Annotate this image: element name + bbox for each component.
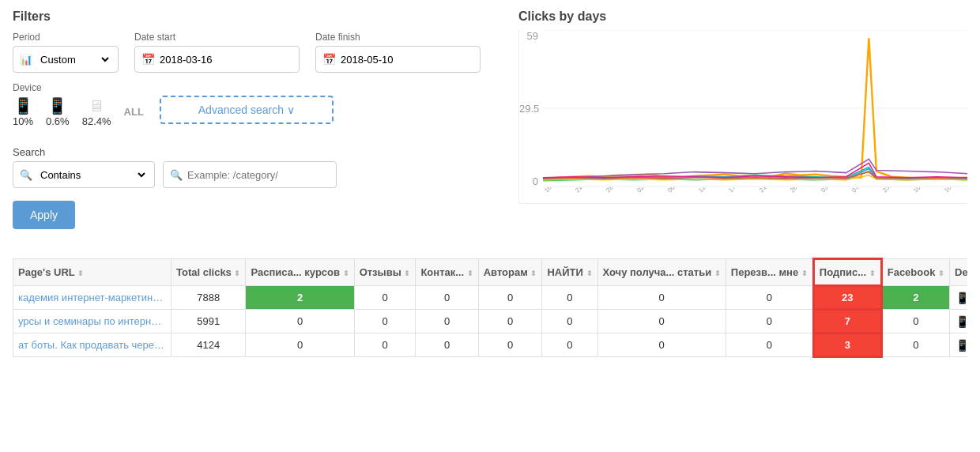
search-type-select[interactable]: Contains Starts with Ends with bbox=[37, 168, 148, 182]
device-cell: 📱▭🖥 bbox=[950, 333, 967, 357]
x-label-1: 16.03.18 bbox=[543, 187, 565, 194]
x-label-7: 17.04.18 bbox=[727, 187, 749, 194]
th-podpis: Подпис... ⇕ bbox=[813, 259, 881, 286]
data-table-section: Page's URL ⇕ Total clicks ⇕ Расписа... к… bbox=[13, 258, 967, 358]
url-cell[interactable]: урсы и семинары по интернет-маркети... bbox=[13, 310, 172, 333]
raspisanie-cell: 0 bbox=[246, 333, 354, 357]
avtoram-cell: 0 bbox=[478, 286, 542, 310]
x-label-8: 21.04.18 bbox=[758, 187, 780, 194]
perezv-cell: 0 bbox=[726, 286, 813, 310]
otzyvy-cell: 0 bbox=[354, 286, 416, 310]
podpis-cell: 23 bbox=[813, 286, 881, 310]
date-finish-input[interactable] bbox=[341, 54, 473, 66]
raspisanie-cell: 2 bbox=[246, 286, 354, 310]
x-label-4: 02.04.18 bbox=[635, 187, 658, 194]
facebook-cell: 0 bbox=[881, 333, 949, 357]
date-start-input-wrap: 📅 bbox=[134, 46, 300, 73]
facebook-cell: 2 bbox=[881, 286, 949, 310]
device-label: Device bbox=[13, 82, 144, 93]
device-all[interactable]: ALL bbox=[124, 106, 144, 118]
y-mid: 29.5 bbox=[519, 103, 538, 115]
raspisanie-cell: 0 bbox=[246, 310, 354, 333]
table-body: кадемия интернет-маркетинга WebPro...788… bbox=[13, 286, 968, 357]
period-label: Period bbox=[13, 32, 119, 43]
sort-avtoram-icon[interactable]: ⇕ bbox=[530, 269, 537, 277]
all-label: ALL bbox=[124, 106, 144, 118]
filters-title: Filters bbox=[13, 9, 503, 24]
th-otzyvy: Отзывы ⇕ bbox=[354, 259, 416, 286]
search-text-wrap: 🔍 bbox=[163, 161, 337, 188]
sort-facebook-icon[interactable]: ⇕ bbox=[938, 269, 944, 277]
sort-kontakty-icon[interactable]: ⇕ bbox=[467, 269, 473, 277]
date-finish-label: Date finish bbox=[315, 32, 481, 43]
period-filter-group: Period 📊 Custom Last 7 days Last 30 days bbox=[13, 32, 119, 73]
device-mobile[interactable]: 📱 10% bbox=[13, 96, 33, 127]
naiti-cell: 0 bbox=[542, 286, 597, 310]
mobile-icon: 📱 bbox=[13, 96, 33, 115]
hochu-cell: 0 bbox=[597, 310, 726, 333]
sort-perezv-icon[interactable]: ⇕ bbox=[801, 269, 808, 277]
date-start-input[interactable] bbox=[160, 54, 292, 66]
mobile-icon: 📱 bbox=[956, 339, 967, 352]
url-cell[interactable]: ат боты. Как продавать через мессендж... bbox=[13, 333, 172, 357]
chart-y-labels: 59 29.5 0 bbox=[519, 30, 541, 187]
search-text-input[interactable] bbox=[187, 169, 330, 181]
calendar-icon-start: 📅 bbox=[141, 53, 155, 66]
naiti-cell: 0 bbox=[542, 310, 597, 333]
sort-url-icon[interactable]: ⇕ bbox=[77, 269, 84, 277]
url-cell[interactable]: кадемия интернет-маркетинга WebPro... bbox=[13, 286, 172, 310]
naiti-cell: 0 bbox=[542, 333, 597, 357]
chart-svg bbox=[543, 30, 967, 187]
device-desktop[interactable]: 🖥 82.4% bbox=[82, 97, 111, 127]
date-finish-group: Date finish 📅 bbox=[315, 32, 481, 73]
podpis-cell: 7 bbox=[813, 310, 881, 333]
period-select[interactable]: Custom Last 7 days Last 30 days bbox=[37, 53, 111, 66]
search-icon-right: 🔍 bbox=[170, 169, 183, 181]
hochu-cell: 0 bbox=[597, 286, 726, 310]
x-label-5: 06.04.18 bbox=[666, 187, 688, 194]
sort-otzyvy-icon[interactable]: ⇕ bbox=[404, 269, 410, 277]
device-cell: 📱▭🖥 bbox=[950, 286, 967, 310]
calendar-icon-finish: 📅 bbox=[322, 53, 336, 66]
x-label-12: 23.03.18 bbox=[881, 187, 903, 194]
mobile-icon: 📱 bbox=[956, 292, 967, 304]
advanced-search-button[interactable]: Advanced search ∨ bbox=[160, 96, 334, 124]
sort-hochu-icon[interactable]: ⇕ bbox=[714, 269, 721, 277]
apply-button[interactable]: Apply bbox=[13, 201, 75, 229]
period-select-wrap: 📊 Custom Last 7 days Last 30 days bbox=[13, 46, 119, 73]
hochu-cell: 0 bbox=[597, 333, 726, 357]
desktop-pct: 82.4% bbox=[82, 115, 111, 127]
sort-podpis-icon[interactable]: ⇕ bbox=[869, 269, 876, 277]
sort-raspisanie-icon[interactable]: ⇕ bbox=[343, 269, 349, 277]
search-section: Search 🔍 Contains Starts with Ends with … bbox=[13, 146, 503, 188]
table-header-row: Page's URL ⇕ Total clicks ⇕ Расписа... к… bbox=[13, 259, 968, 286]
x-label-3: 28.03.18 bbox=[605, 187, 627, 194]
th-url: Page's URL ⇕ bbox=[13, 259, 172, 286]
search-label: Search bbox=[13, 146, 503, 158]
data-table: Page's URL ⇕ Total clicks ⇕ Расписа... к… bbox=[13, 258, 967, 358]
th-hochu: Хочу получа... статьи ⇕ bbox=[597, 259, 726, 286]
tablet-icon: 📱 bbox=[47, 96, 67, 115]
sort-naiti-icon[interactable]: ⇕ bbox=[586, 269, 593, 277]
bar-chart-icon: 📊 bbox=[20, 54, 32, 66]
chart-wrap: 59 29.5 0 bbox=[518, 30, 967, 204]
sort-clicks-icon[interactable]: ⇕ bbox=[234, 269, 240, 277]
device-selector: 📱 10% 📱 0.6% 🖥 82.4% ALL bbox=[13, 96, 144, 127]
th-raspisanie: Расписа... курсов ⇕ bbox=[246, 259, 354, 286]
filters-panel: Filters Period 📊 Custom Last 7 days Last… bbox=[13, 9, 503, 245]
total-clicks-cell: 5991 bbox=[172, 310, 246, 333]
perezv-cell: 0 bbox=[726, 310, 813, 333]
th-device: Device ⇕ bbox=[950, 259, 967, 286]
device-cell: 📱▭🖥 bbox=[950, 310, 967, 333]
table-row: кадемия интернет-маркетинга WebPro...788… bbox=[13, 286, 968, 310]
x-label-2: 21.03.18 bbox=[574, 187, 596, 194]
tablet-pct: 0.6% bbox=[46, 115, 70, 127]
device-tablet[interactable]: 📱 0.6% bbox=[46, 96, 70, 127]
podpis-cell: 3 bbox=[813, 333, 881, 357]
chart-panel: Clicks by days 59 29.5 0 bbox=[518, 9, 967, 245]
th-avtoram: Авторам ⇕ bbox=[478, 259, 542, 286]
search-row: 🔍 Contains Starts with Ends with 🔍 bbox=[13, 161, 503, 188]
x-label-6: 12.04.18 bbox=[697, 187, 719, 194]
th-total-clicks: Total clicks ⇕ bbox=[172, 259, 246, 286]
th-kontakty: Контак... ⇕ bbox=[416, 259, 478, 286]
